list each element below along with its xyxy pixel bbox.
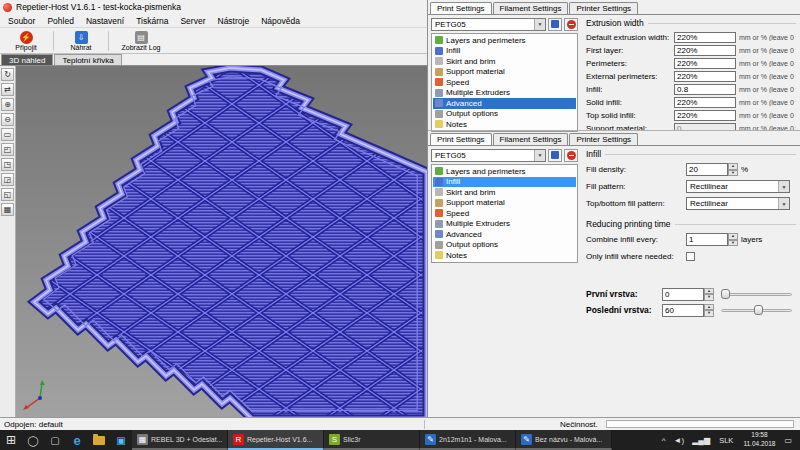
- taskbar-app-paint-1[interactable]: ✎ 2n12m1n1 - Malova...: [420, 430, 516, 450]
- show-log-button[interactable]: ▤ Zobrazit Log: [113, 29, 169, 53]
- chevron-down-icon[interactable]: ▼: [778, 198, 789, 209]
- save-profile-button-2[interactable]: [548, 149, 562, 162]
- slider-thumb[interactable]: [721, 289, 730, 299]
- menu-server[interactable]: Server: [174, 16, 211, 26]
- last-layer-value[interactable]: 60: [662, 304, 704, 317]
- tab-print-settings[interactable]: Print Settings: [430, 2, 492, 14]
- solid-infill-input[interactable]: 220%: [674, 97, 736, 108]
- rotate-tool[interactable]: ↻: [1, 68, 14, 81]
- load-button[interactable]: ⇩ Náhrat: [58, 29, 104, 53]
- category-extruders[interactable]: Multiple Extruders: [433, 219, 576, 230]
- tab-print-settings-2[interactable]: Print Settings: [430, 133, 492, 145]
- category-support[interactable]: Support material: [433, 198, 576, 209]
- menu-nastaveni[interactable]: Nastavení: [80, 16, 130, 26]
- category-speed[interactable]: Speed: [433, 208, 576, 219]
- combine-infill-value[interactable]: 1: [686, 233, 728, 246]
- default-extrusion-input[interactable]: 220%: [674, 32, 736, 43]
- edge-icon[interactable]: e: [66, 430, 88, 450]
- delete-profile-button[interactable]: [564, 18, 578, 31]
- view-iso-tool[interactable]: ◰: [1, 143, 14, 156]
- category-notes[interactable]: Notes: [433, 250, 576, 261]
- category-skirt[interactable]: Skirt and brim: [433, 56, 576, 67]
- tab-filament-settings-2[interactable]: Filament Settings: [493, 133, 569, 145]
- top-bottom-pattern-select[interactable]: Rectilinear ▼: [686, 197, 790, 210]
- menu-soubor[interactable]: Soubor: [2, 16, 41, 26]
- volume-icon[interactable]: ◄): [670, 436, 689, 445]
- category-skirt[interactable]: Skirt and brim: [433, 187, 576, 198]
- spin-down-icon[interactable]: ▼: [704, 310, 714, 317]
- spin-down-icon[interactable]: ▼: [728, 170, 738, 177]
- action-center-icon[interactable]: ▭: [780, 436, 796, 445]
- tab-3d-preview[interactable]: 3D náhled: [1, 54, 53, 65]
- category-infill[interactable]: Infill: [433, 46, 576, 57]
- taskbar-app-repetier[interactable]: R Repetier-Host V1.6...: [228, 430, 324, 450]
- first-layer-value[interactable]: 0: [662, 288, 704, 301]
- category-notes[interactable]: Notes: [433, 119, 576, 130]
- 3d-scene[interactable]: [16, 66, 427, 417]
- fill-pattern-select[interactable]: Rectilinear ▼: [686, 180, 790, 193]
- slider-thumb[interactable]: [754, 305, 763, 315]
- only-infill-checkbox[interactable]: [686, 252, 695, 261]
- external-perimeters-input[interactable]: 220%: [674, 71, 736, 82]
- category-advanced[interactable]: Advanced: [433, 229, 576, 240]
- last-layer-spinner[interactable]: 60 ▲▼: [662, 304, 714, 317]
- store-icon[interactable]: ▣: [110, 430, 132, 450]
- task-view-icon[interactable]: ▢: [44, 430, 66, 450]
- first-layer-slider[interactable]: [721, 288, 792, 301]
- infill-width-input[interactable]: 0.8: [674, 84, 736, 95]
- move-tool[interactable]: ⇄: [1, 83, 14, 96]
- spin-down-icon[interactable]: ▼: [704, 294, 714, 301]
- search-icon[interactable]: ◯: [22, 430, 44, 450]
- zoom-in-tool[interactable]: ⊕: [1, 98, 14, 111]
- menu-pohled[interactable]: Pohled: [41, 16, 79, 26]
- fit-view-tool[interactable]: ▭: [1, 128, 14, 141]
- tab-temperature-curve[interactable]: Teplotní křivka: [54, 54, 121, 65]
- category-layers[interactable]: Layers and perimeters: [433, 35, 576, 46]
- last-layer-slider[interactable]: [721, 304, 792, 317]
- perimeters-input[interactable]: 220%: [674, 58, 736, 69]
- toggle-grid-tool[interactable]: ▦: [1, 203, 14, 216]
- profile-select[interactable]: PETG05 ▼: [431, 18, 546, 31]
- profile-select-2[interactable]: PETG05 ▼: [431, 149, 546, 162]
- category-output[interactable]: Output options: [433, 109, 576, 120]
- tab-filament-settings[interactable]: Filament Settings: [493, 2, 569, 14]
- first-layer-spinner[interactable]: 0 ▲▼: [662, 288, 714, 301]
- view-side-tool[interactable]: ◱: [1, 188, 14, 201]
- delete-profile-button-2[interactable]: [564, 149, 578, 162]
- category-infill[interactable]: Infill: [433, 177, 576, 188]
- menu-napoveda[interactable]: Nápověda: [255, 16, 306, 26]
- taskbar-app-rebel3d[interactable]: ▦ REBEL 3D + Odeslat...: [132, 430, 228, 450]
- first-layer-input[interactable]: 220%: [674, 45, 736, 56]
- tab-printer-settings[interactable]: Printer Settings: [569, 2, 638, 14]
- connect-button[interactable]: ⚡ Připojit: [3, 29, 49, 53]
- file-explorer-icon[interactable]: [88, 430, 110, 450]
- category-advanced[interactable]: Advanced: [433, 98, 576, 109]
- taskbar-clock[interactable]: 19:58 11.04.2018: [738, 431, 780, 449]
- fill-density-value[interactable]: 20: [686, 163, 728, 176]
- taskbar-app-slic3r[interactable]: S Slic3r: [324, 430, 420, 450]
- category-extruders[interactable]: Multiple Extruders: [433, 88, 576, 99]
- category-output[interactable]: Output options: [433, 240, 576, 251]
- tray-expand-icon[interactable]: ^: [658, 436, 670, 445]
- support-material-input[interactable]: 0: [674, 123, 736, 131]
- combine-infill-spinner[interactable]: 1 ▲▼: [686, 233, 738, 246]
- spin-down-icon[interactable]: ▼: [728, 240, 738, 247]
- chevron-down-icon[interactable]: ▼: [534, 150, 545, 161]
- fill-density-spinner[interactable]: 20 ▲▼: [686, 163, 738, 176]
- menu-tiskarna[interactable]: Tiskárna: [130, 16, 174, 26]
- category-support[interactable]: Support material: [433, 67, 576, 78]
- category-speed[interactable]: Speed: [433, 77, 576, 88]
- menu-nastroje[interactable]: Nástroje: [212, 16, 256, 26]
- chevron-down-icon[interactable]: ▼: [534, 19, 545, 30]
- language-indicator[interactable]: SLK: [714, 436, 738, 445]
- top-solid-infill-input[interactable]: 220%: [674, 110, 736, 121]
- zoom-out-tool[interactable]: ⊖: [1, 113, 14, 126]
- start-button[interactable]: ⊞: [0, 430, 22, 450]
- network-icon[interactable]: ▂▄▆: [688, 436, 714, 445]
- chevron-down-icon[interactable]: ▼: [778, 181, 789, 192]
- taskbar-app-paint-2[interactable]: ✎ Bez názvu - Malová...: [516, 430, 612, 450]
- tab-printer-settings-2[interactable]: Printer Settings: [569, 133, 638, 145]
- view-top-tool[interactable]: ◳: [1, 158, 14, 171]
- view-front-tool[interactable]: ◲: [1, 173, 14, 186]
- save-profile-button[interactable]: [548, 18, 562, 31]
